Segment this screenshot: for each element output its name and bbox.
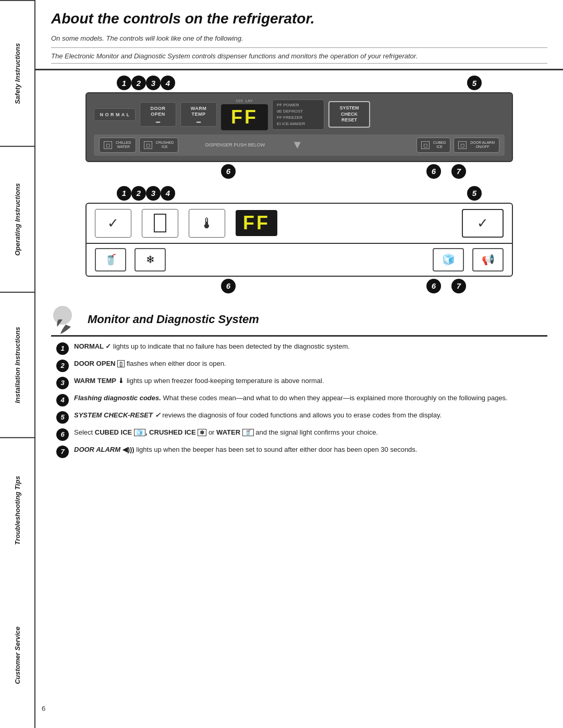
checkmark-button[interactable]: ✓ xyxy=(95,209,131,238)
item-num-2: 2 xyxy=(56,360,69,372)
control-panel-1: N O R M A L DOOR OPEN▁ WARM TEMP▁ DIS LA… xyxy=(85,92,513,162)
item-text-7: DOOR ALARM ◀))) lights up when the beepe… xyxy=(74,445,417,454)
item-num-7: 7 xyxy=(56,446,69,458)
item-text-6: Select CUBED ICE 🧊, CRUSHED ICE ❄ or WAT… xyxy=(74,428,378,437)
callout2-6b-bottom: 6 xyxy=(426,279,441,293)
normal-button[interactable]: N O R M A L xyxy=(94,108,136,121)
monitor-item-5: 5 SYSTEM CHECK-RESET ✓ reviews the diagn… xyxy=(56,411,547,424)
power-info: PF POWER dE DEFROST FF FREEZER EI ICE-MA… xyxy=(272,100,324,130)
monitor-title-bar: Monitor and Diagnostic System xyxy=(51,304,547,337)
panel-display-1: FF xyxy=(221,104,268,130)
monitor-item-6: 6 Select CUBED ICE 🧊, CRUSHED ICE ❄ or W… xyxy=(56,428,547,441)
subtitle: On some models. The controls will look l… xyxy=(51,34,547,48)
monitor-section: Monitor and Diagnostic System 1 NORMAL ✓… xyxy=(35,299,563,468)
item-text-1: NORMAL ✓ lights up to indicate that no f… xyxy=(74,342,350,351)
callout-7-bottom: 7 xyxy=(451,164,466,179)
callout-2-top: 2 xyxy=(131,76,146,90)
callout-3-top: 3 xyxy=(146,76,161,90)
callout-6a-bottom: 6 xyxy=(221,164,236,179)
sidebar-safety: Safety Instructions xyxy=(0,0,34,146)
control-panel-2: ✓ 🌡 FF ✓ 🥤 ❄ 🧊 📢 xyxy=(85,203,513,277)
sidebar-operating: Operating Instructions xyxy=(0,146,34,292)
thermometer-button[interactable]: 🌡 xyxy=(189,209,225,238)
callout2-7-bottom: 7 xyxy=(451,279,466,293)
callout-1-top: 1 xyxy=(117,76,131,90)
alarm-icon-button[interactable]: 📢 xyxy=(472,248,504,272)
monitor-item-1: 1 NORMAL ✓ lights up to indicate that no… xyxy=(56,342,547,355)
item-text-3: WARM TEMP 🌡 lights up when freezer food-… xyxy=(74,376,324,386)
chilled-water-button[interactable]: ◻ CHILLED WATER xyxy=(99,138,136,153)
monitor-item-3: 3 WARM TEMP 🌡 lights up when freezer foo… xyxy=(56,376,547,389)
item-text-2: DOOR OPEN ▯ flashes when either door is … xyxy=(74,359,226,368)
callout2-1-top: 1 xyxy=(117,186,131,201)
item-text-4: Flashing diagnostic codes. What these co… xyxy=(74,393,508,403)
item-num-6: 6 xyxy=(56,428,69,441)
diagrams-area: 1 2 3 4 5 N O R M A L DOOR OPEN▁ WARM TE… xyxy=(35,70,563,299)
door-open-button[interactable]: DOOR OPEN▁ xyxy=(140,102,176,127)
panel2-top-row: ✓ 🌡 FF ✓ xyxy=(87,204,512,244)
callout-5-top: 5 xyxy=(467,76,482,90)
page-number: 6 xyxy=(42,705,45,712)
crushed-ice-button[interactable]: ◻ CRUSHED ICE xyxy=(139,138,179,153)
dispenser-push-label: DISPENSER PUSH BELOW xyxy=(181,142,288,147)
panel2-bottom-row: 🥤 ❄ 🧊 📢 xyxy=(87,244,512,276)
water-dispenser-button[interactable]: 🥤 xyxy=(95,248,126,272)
item-num-3: 3 xyxy=(56,377,69,389)
callout-6b-bottom: 6 xyxy=(426,164,441,179)
svg-point-0 xyxy=(53,306,72,325)
callout2-2-top: 2 xyxy=(131,186,146,201)
dispenser-arrow-icon: ▼ xyxy=(292,138,303,152)
door-icon-button[interactable] xyxy=(142,209,178,238)
item-num-4: 4 xyxy=(56,394,69,406)
callout2-3-top: 3 xyxy=(146,186,161,201)
cubed-ice-icon-button[interactable]: 🧊 xyxy=(433,248,464,272)
sidebar-customer-service: Customer Service xyxy=(0,583,34,728)
pointer-icon xyxy=(51,304,82,335)
monitor-list: 1 NORMAL ✓ lights up to indicate that no… xyxy=(51,342,547,458)
callout2-4-top: 4 xyxy=(161,186,175,201)
monitor-item-2: 2 DOOR OPEN ▯ flashes when either door i… xyxy=(56,359,547,372)
main-content: About the controls on the refrigerator. … xyxy=(35,0,563,728)
sidebar: Safety Instructions Operating Instructio… xyxy=(0,0,35,728)
display-label: DIS LAY xyxy=(236,98,253,103)
item-text-5: SYSTEM CHECK-RESET ✓ reviews the diagnos… xyxy=(74,411,442,420)
monitor-title: Monitor and Diagnostic System xyxy=(88,313,259,326)
callout-4-top: 4 xyxy=(161,76,175,90)
sidebar-installation: Installation Instructions xyxy=(0,292,34,438)
system-check-button[interactable]: SYSTEM CHECK RESET xyxy=(328,101,370,128)
page-title: About the controls on the refrigerator. xyxy=(51,10,547,27)
sidebar-troubleshooting: Troubleshooting Tips xyxy=(0,437,34,583)
header-section: About the controls on the refrigerator. … xyxy=(35,0,563,70)
panel-display-2: FF xyxy=(236,210,277,236)
monitor-item-4: 4 Flashing diagnostic codes. What these … xyxy=(56,393,547,406)
callout2-6a-bottom: 6 xyxy=(221,279,236,293)
callout2-5-top: 5 xyxy=(467,186,482,201)
check-circle-button[interactable]: ✓ xyxy=(462,209,504,238)
item-num-1: 1 xyxy=(56,342,69,355)
monitor-item-7: 7 DOOR ALARM ◀))) lights up when the bee… xyxy=(56,445,547,458)
item-num-5: 5 xyxy=(56,411,69,424)
crushed-ice-icon-button[interactable]: ❄ xyxy=(134,248,166,272)
cubed-ice-button[interactable]: ◻ CUBED ICE xyxy=(417,138,451,153)
warm-temp-button[interactable]: WARM TEMP▁ xyxy=(180,102,217,127)
panel-diagram-1: 1 2 3 4 5 N O R M A L DOOR OPEN▁ WARM TE… xyxy=(85,76,513,179)
door-alarm-button[interactable]: ◻ DOOR ALARM ON/OFF xyxy=(454,138,499,153)
description: The Electronic Monitor and Diagnostic Sy… xyxy=(51,52,547,64)
panel-diagram-2: 1 2 3 4 5 ✓ 🌡 FF ✓ xyxy=(85,186,513,293)
